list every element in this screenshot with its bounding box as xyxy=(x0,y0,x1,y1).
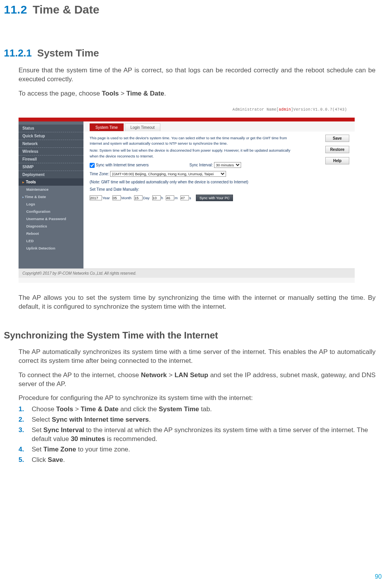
nav-tools: Tools xyxy=(102,90,119,97)
sidebar-nav: Status Quick Setup Network Wireless Fire… xyxy=(19,121,83,268)
save-button[interactable]: Save xyxy=(325,135,349,142)
copyright-footer: Copyright© 2017 by IP-COM Networks Co.,L… xyxy=(19,268,355,278)
minute-input[interactable] xyxy=(166,195,174,200)
day-unit: Day xyxy=(143,196,150,200)
step-number: 3. xyxy=(19,426,24,435)
step-4: 4. Set Time Zone to your time zone. xyxy=(19,445,376,454)
intro-paragraph-2: To access the page, choose Tools > Time … xyxy=(19,89,376,98)
sidebar-item-tools[interactable]: Tools xyxy=(19,178,83,186)
text: > xyxy=(73,405,80,413)
manual-time-row: Year Month Day h m s Sync with Your PC xyxy=(90,195,348,201)
timezone-label: Time Zone: xyxy=(90,172,109,176)
embedded-screenshot: Administrator Name[admin]Version:V1.0.0.… xyxy=(19,104,355,283)
sidebar-item-username-password[interactable]: Username & Password xyxy=(19,215,83,222)
text: To access the page, choose xyxy=(19,90,102,97)
tab-login-timeout[interactable]: Login Timeout xyxy=(125,123,161,131)
help-button[interactable]: Help xyxy=(325,157,349,164)
text: tab. xyxy=(199,405,212,413)
sync-heading: Synchronizing the System Time with the I… xyxy=(4,330,376,341)
text: > xyxy=(167,371,175,379)
sidebar-item-diagnostics[interactable]: Diagnostics xyxy=(19,222,83,230)
sidebar-item-maintenance[interactable]: Maintenance xyxy=(19,186,83,193)
sync-with-pc-button[interactable]: Sync with Your PC xyxy=(196,195,233,201)
bold-tools: Tools xyxy=(56,405,73,413)
sidebar-item-time-date[interactable]: Time & Date xyxy=(19,193,83,200)
sync-paragraph-2: To connect the AP to the internet, choos… xyxy=(19,371,376,389)
restore-button[interactable]: Restore xyxy=(325,146,349,153)
bold-sync-option: Sync with Internet time servers xyxy=(52,416,149,423)
sidebar-item-quick-setup[interactable]: Quick Setup xyxy=(19,132,83,140)
tab-bar: System Time Login Timeout xyxy=(83,121,355,132)
sync-checkbox[interactable] xyxy=(90,163,95,168)
version-label: ]Version:V1.0.0.7(4743) xyxy=(291,108,347,112)
sidebar-item-status[interactable]: Status xyxy=(19,125,83,132)
step-2: 2. Select Sync with Internet time server… xyxy=(19,415,376,424)
nav-network: Network xyxy=(141,371,167,379)
text: > xyxy=(119,90,126,97)
nav-lan-setup: LAN Setup xyxy=(175,371,208,379)
step-1: 1. Choose Tools > Time & Date and click … xyxy=(19,405,376,414)
text: . xyxy=(63,456,65,463)
month-unit: Month xyxy=(121,196,131,200)
sidebar-item-deployment[interactable]: Deployment xyxy=(19,171,83,178)
bold-30-minutes: 30 minutes xyxy=(71,435,105,443)
sync-row: Sync with Internet time servers Sync Int… xyxy=(90,162,348,168)
sidebar-item-led[interactable]: LED xyxy=(19,237,83,244)
text: To connect the AP to the internet, choos… xyxy=(19,371,141,379)
hour-input[interactable] xyxy=(152,195,161,200)
text: . xyxy=(149,416,151,423)
admin-version-label: Administrator Name[admin]Version:V1.0.0.… xyxy=(233,108,347,112)
manual-time-label: Set Time and Date Manually: xyxy=(90,187,348,191)
step-number: 5. xyxy=(19,456,24,465)
text: Choose xyxy=(32,405,56,413)
sidebar-item-configuration[interactable]: Configuration xyxy=(19,208,83,215)
section-heading: 11.2Time & Date xyxy=(4,0,376,16)
subsection-heading: 11.2.1System Time xyxy=(4,47,376,59)
month-input[interactable] xyxy=(112,195,121,200)
sync-checkbox-label: Sync with Internet time servers xyxy=(96,163,149,167)
panel-description-2: Note: System time will be lost when the … xyxy=(90,148,291,159)
sync-paragraph-1: The AP automatically synchronizes its sy… xyxy=(19,348,376,366)
sync-paragraph-3: Procedure for configuring the AP to sync… xyxy=(19,394,376,403)
bold-system-time: System Time xyxy=(159,405,199,413)
procedure-steps: 1. Choose Tools > Time & Date and click … xyxy=(19,405,376,465)
section-number: 11.2 xyxy=(4,3,27,16)
sidebar-item-uplink-detection[interactable]: Uplink Detection xyxy=(19,244,83,252)
sidebar-item-reboot[interactable]: Reboot xyxy=(19,230,83,237)
step-number: 2. xyxy=(19,415,24,424)
step-number: 4. xyxy=(19,445,24,454)
text: Click xyxy=(32,456,48,463)
sidebar-item-snmp[interactable]: SNMP xyxy=(19,163,83,171)
admin-username: admin xyxy=(279,108,291,112)
text: Set xyxy=(32,446,43,453)
header-bar: Administrator Name[admin]Version:V1.0.0.… xyxy=(19,104,355,118)
admin-name-label: Administrator Name[ xyxy=(233,108,279,112)
sidebar-item-wireless[interactable]: Wireless xyxy=(19,148,83,156)
nav-timedate: Time & Date xyxy=(126,90,164,97)
text: and click the xyxy=(119,405,159,413)
sync-interval-select[interactable]: 30 minutes xyxy=(214,162,241,168)
year-input[interactable] xyxy=(90,195,102,200)
sidebar-item-firewall[interactable]: Firewall xyxy=(19,156,83,163)
bold-save: Save xyxy=(48,456,63,463)
panel-description-1: This page is used to set the device's sy… xyxy=(90,135,291,147)
step-5: 5. Click Save. xyxy=(19,456,376,465)
settings-panel: Save Restore Help This page is used to s… xyxy=(83,132,355,268)
step-number: 1. xyxy=(19,405,24,414)
text: is recommended. xyxy=(105,435,157,443)
timezone-select[interactable]: (GMT+08:00) Beijing, Chongqing, Hong Kon… xyxy=(110,171,226,177)
timezone-note: (Note: GMT time will be updated automati… xyxy=(90,180,348,184)
text: Select xyxy=(32,416,52,423)
second-input[interactable] xyxy=(180,195,189,200)
text: Set xyxy=(32,426,43,434)
step-3: 3. Set Sync Interval to the interval at … xyxy=(19,426,376,444)
sidebar-item-network[interactable]: Network xyxy=(19,140,83,148)
bold-timedate: Time & Date xyxy=(81,405,119,413)
main-panel: System Time Login Timeout Save Restore H… xyxy=(83,121,355,268)
sidebar-item-logs[interactable]: Logs xyxy=(19,200,83,208)
tab-system-time[interactable]: System Time xyxy=(90,123,124,131)
bold-sync-interval: Sync Interval xyxy=(43,426,84,434)
sync-interval-label: Sync Interval: xyxy=(189,163,213,167)
subsection-number: 11.2.1 xyxy=(4,47,32,59)
day-input[interactable] xyxy=(134,195,143,200)
